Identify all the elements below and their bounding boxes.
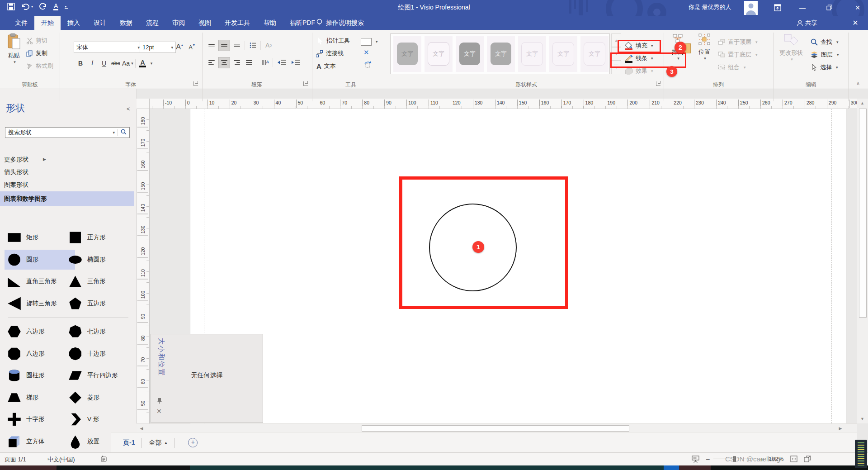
shape-style-tile[interactable]: 文字 xyxy=(393,36,421,72)
shape-style-tile[interactable]: 文字 xyxy=(487,36,515,72)
text-tool-button[interactable]: A 文本 xyxy=(316,61,336,71)
layers-button[interactable]: 图层 ▾ xyxy=(810,49,839,60)
shape-stencil-item[interactable]: 直角三角形 xyxy=(5,271,75,291)
group-button[interactable]: 组合 ▾ xyxy=(718,62,746,73)
align-middle-button[interactable] xyxy=(218,40,230,51)
shape-stencil-item[interactable]: V 形 xyxy=(66,409,125,429)
collapse-ribbon-icon[interactable]: ∧ xyxy=(856,81,860,86)
shape-search-input[interactable]: 搜索形状 xyxy=(5,128,110,137)
paste-button[interactable]: 粘贴 ▾ xyxy=(4,33,24,64)
copy-button[interactable]: 复制 xyxy=(26,48,47,59)
minimize-button[interactable]: — xyxy=(795,0,810,15)
change-shape-button[interactable]: 更改形状 ▾ xyxy=(776,33,807,62)
share-button[interactable]: 共享 xyxy=(797,16,817,30)
ribbon-tab[interactable]: 文件 xyxy=(8,16,34,30)
shape-stencil-item[interactable]: 旋转三角形 xyxy=(5,294,75,313)
shape-stencil-item[interactable]: 七边形 xyxy=(66,322,125,342)
scroll-down-icon[interactable]: ▼ xyxy=(858,415,867,423)
ribbon-tab[interactable]: 帮助 xyxy=(257,16,283,30)
grow-font-button[interactable]: A▴ xyxy=(174,42,185,52)
shape-stencil-item[interactable]: 椭圆形 xyxy=(66,250,125,270)
all-pages-button[interactable]: 全部 xyxy=(149,439,161,447)
shape-stencil-item[interactable]: 菱形 xyxy=(66,388,125,408)
macro-record-icon[interactable] xyxy=(100,456,107,464)
strikethrough-button[interactable]: abc xyxy=(110,58,121,69)
page-tab[interactable]: 页-1 xyxy=(123,439,135,447)
cut-button[interactable]: 剪切 xyxy=(26,35,47,46)
shape-stencil-item[interactable]: 三角形 xyxy=(66,271,125,291)
select-button[interactable]: 选择 ▾ xyxy=(811,62,838,73)
horizontal-scroll-thumb[interactable] xyxy=(362,425,629,432)
scroll-left-icon[interactable]: ◀ xyxy=(137,425,146,432)
position-button[interactable]: 位置 ▾ xyxy=(693,33,716,61)
justify-button[interactable] xyxy=(244,57,255,68)
vertical-scroll-thumb[interactable] xyxy=(859,109,867,318)
underline-button[interactable]: U xyxy=(99,58,109,69)
pointer-shape-dropdown[interactable]: ▾ xyxy=(361,36,378,47)
align-right-button[interactable] xyxy=(231,57,242,68)
search-icon[interactable] xyxy=(118,128,129,137)
shape-category-item[interactable]: 图表和数学图形 xyxy=(0,191,134,206)
shape-style-tile[interactable]: 文字 xyxy=(425,36,453,72)
page-count-status[interactable]: 页面 1/1 xyxy=(5,456,26,464)
find-button[interactable]: 查找 ▾ xyxy=(811,37,839,47)
size-position-panel[interactable]: 大小和位置 无任何选择 ✕ xyxy=(151,334,263,423)
bullets-button[interactable] xyxy=(247,40,258,51)
zoom-out-icon[interactable]: − xyxy=(706,456,710,464)
shape-stencil-item[interactable]: 梯形 xyxy=(5,388,75,408)
ribbon-tab[interactable]: 数据 xyxy=(113,16,139,30)
align-center-button[interactable] xyxy=(218,57,230,68)
autosize-text-button[interactable]: A5 xyxy=(263,40,274,51)
connector-tool-button[interactable]: 连接线 xyxy=(316,48,344,59)
shape-style-tile[interactable]: 文字 xyxy=(518,36,546,72)
avatar[interactable] xyxy=(744,1,758,15)
tell-me-search[interactable]: 操作说明搜索 xyxy=(316,16,364,30)
pages-up-icon[interactable]: ▲ xyxy=(164,441,168,445)
shape-category-item[interactable]: 更多形状 xyxy=(0,153,134,166)
format-painter-button[interactable]: 格式刷 xyxy=(26,61,53,71)
shrink-font-button[interactable]: A▾ xyxy=(186,42,197,52)
paragraph-dialog-launcher-icon[interactable] xyxy=(303,81,308,86)
shape-stencil-item[interactable]: 圆形 xyxy=(5,250,75,270)
shape-category-item[interactable]: 图案形状 xyxy=(0,179,134,191)
align-top-button[interactable] xyxy=(206,40,217,51)
change-case-button[interactable]: Aa▾ xyxy=(122,58,133,69)
shape-styles-dialog-launcher-icon[interactable] xyxy=(656,81,660,86)
shape-stencil-item[interactable]: 六边形 xyxy=(5,322,75,342)
shape-search-box[interactable]: 搜索形状 ▾ xyxy=(5,127,130,138)
font-color-dropdown-icon[interactable]: ▾ xyxy=(151,61,153,66)
ribbon-tab[interactable]: 开发工具 xyxy=(218,16,257,30)
italic-button[interactable]: I xyxy=(87,58,98,69)
close-button[interactable]: ✕ xyxy=(850,0,865,15)
bold-button[interactable]: B xyxy=(75,58,86,69)
font-family-select[interactable]: 宋体▾ xyxy=(74,42,142,53)
bring-to-front-button[interactable]: 置于顶层 ▾ xyxy=(718,37,758,47)
font-color-button[interactable]: A xyxy=(137,58,148,69)
scroll-up-icon[interactable]: ▲ xyxy=(858,100,867,107)
shape-stencil-item[interactable]: 五边形 xyxy=(66,294,125,313)
shape-stencil-item[interactable]: 十边形 xyxy=(66,344,125,364)
increase-indent-button[interactable] xyxy=(289,57,302,68)
user-name[interactable]: 你是 最优秀的人 xyxy=(689,3,731,11)
ribbon-tab[interactable]: 设计 xyxy=(87,16,113,30)
shape-stencil-item[interactable]: 平行四边形 xyxy=(66,366,125,385)
shape-stencil-item[interactable]: 立方体 xyxy=(5,432,75,451)
pointer-tool-button[interactable]: 指针工具 xyxy=(316,35,350,46)
scroll-right-icon[interactable]: ▶ xyxy=(836,425,844,432)
pin-icon[interactable] xyxy=(156,398,163,406)
font-dialog-launcher-icon[interactable] xyxy=(193,81,198,86)
ribbon-display-options-icon[interactable] xyxy=(770,0,785,15)
ribbon-tab[interactable]: 流程 xyxy=(139,16,165,30)
search-dropdown-icon[interactable]: ▾ xyxy=(110,130,118,135)
language-status[interactable]: 中文(中国) xyxy=(47,456,75,464)
shape-style-tile[interactable]: 文字 xyxy=(456,36,484,72)
shape-stencil-item[interactable]: 圆柱形 xyxy=(5,366,75,385)
decrease-indent-button[interactable] xyxy=(275,57,288,68)
shape-stencil-item[interactable]: 八边形 xyxy=(5,344,75,364)
paste-dropdown-icon[interactable]: ▾ xyxy=(14,60,16,64)
ribbon-tab[interactable]: 视图 xyxy=(192,16,218,30)
align-bottom-button[interactable] xyxy=(231,40,242,51)
restore-button[interactable] xyxy=(821,0,837,15)
shape-style-tile[interactable]: 文字 xyxy=(580,36,609,72)
ribbon-tab[interactable]: 审阅 xyxy=(165,16,192,30)
